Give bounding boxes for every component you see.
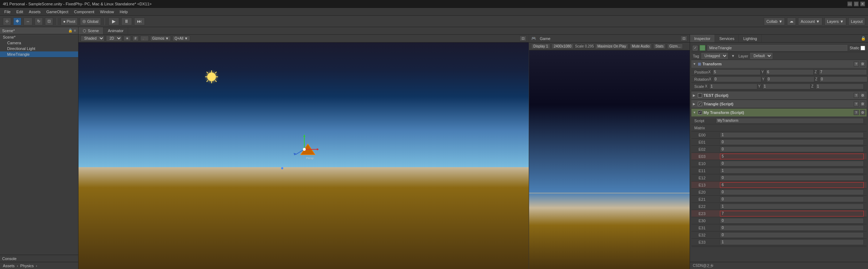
menu-component[interactable]: Component: [71, 9, 97, 15]
position-y-input[interactable]: [766, 69, 814, 75]
matrix-E31-value[interactable]: 0: [720, 225, 864, 231]
hierarchy-item-triangle[interactable]: MineTriangle: [0, 51, 78, 57]
triangle-checkbox[interactable]: [698, 102, 702, 106]
play-button[interactable]: ▶: [108, 18, 119, 25]
matrix-E10-value[interactable]: 0: [720, 161, 864, 166]
transform-tool-rotate[interactable]: ↔: [24, 18, 32, 25]
scene-maximize-btn[interactable]: ⊡: [519, 36, 527, 41]
layer-select[interactable]: Default: [750, 53, 772, 59]
assets-root[interactable]: Assets: [3, 264, 15, 268]
rotation-z-input[interactable]: [819, 76, 868, 82]
layout-button[interactable]: Layout: [848, 18, 865, 25]
game-maximize-btn[interactable]: ⊡: [680, 36, 687, 41]
inspector-tab-lighting[interactable]: Lighting: [739, 35, 762, 42]
perspective-dropdown[interactable]: 2D: [106, 35, 122, 41]
matrix-E22-value[interactable]: 1: [720, 204, 864, 209]
menu-window[interactable]: Window: [97, 9, 117, 15]
collab-dropdown[interactable]: Collab ▼: [764, 18, 785, 25]
matrix-E32-value[interactable]: 0: [720, 232, 864, 238]
menu-edit[interactable]: Edit: [14, 9, 26, 15]
gizmos-btn[interactable]: Gizmos ▼: [150, 36, 171, 41]
scene-content[interactable]: Persp: [78, 43, 529, 269]
matrix-E23-value[interactable]: 7: [720, 211, 864, 216]
qall-btn[interactable]: Q+All ▼: [172, 36, 190, 41]
position-z-input[interactable]: [819, 69, 867, 75]
matrix-E12-value[interactable]: 0: [720, 175, 864, 181]
tab-animator[interactable]: Animator: [103, 27, 128, 34]
inspector-tab-inspector[interactable]: Inspector: [690, 35, 715, 42]
transform-tool-rect[interactable]: ⊡: [45, 18, 53, 25]
cloud-button[interactable]: ☁: [787, 18, 796, 25]
hierarchy-item-light[interactable]: Directional Light: [0, 46, 78, 51]
test-checkbox[interactable]: [698, 93, 702, 98]
rotation-y-input[interactable]: [766, 76, 814, 82]
game-gizmos-btn[interactable]: Gizm...: [667, 44, 683, 49]
global-toggle[interactable]: ◎ Global: [80, 18, 101, 25]
matrix-E00-value[interactable]: 1: [720, 132, 864, 138]
scale-y-input[interactable]: [762, 84, 811, 89]
matrix-E30-value[interactable]: 0: [720, 218, 864, 224]
object-active-checkbox[interactable]: [693, 46, 697, 50]
test-script-header[interactable]: TEST (Script) ? ⚙: [691, 91, 867, 99]
display-label[interactable]: Display 1: [531, 44, 550, 49]
hierarchy-item-scene[interactable]: Scene*: [0, 34, 78, 40]
object-name-input[interactable]: [707, 45, 847, 51]
matrix-E11-value[interactable]: 1: [720, 168, 864, 174]
lighting-btn[interactable]: ☀: [123, 36, 131, 41]
menu-assets[interactable]: Assets: [26, 9, 44, 15]
hierarchy-lock-icon[interactable]: 🔒: [68, 29, 72, 33]
transform-tool-move[interactable]: ✥: [13, 18, 21, 25]
menu-file[interactable]: File: [1, 9, 14, 15]
hierarchy-menu-icon[interactable]: ≡: [74, 29, 76, 33]
maximize-on-play-btn[interactable]: Maximize On Play: [595, 44, 628, 49]
transform-tool-hand[interactable]: ⊹: [3, 18, 11, 25]
step-button[interactable]: ⏭: [134, 18, 145, 25]
account-dropdown[interactable]: Account ▼: [798, 18, 822, 25]
tab-scene[interactable]: ⬡ Scene: [78, 27, 103, 34]
matrix-E02-value[interactable]: 0: [720, 146, 864, 152]
scale-z-input[interactable]: [816, 84, 864, 89]
mytransform-checkbox[interactable]: [698, 110, 702, 115]
scale-x-input[interactable]: [709, 84, 757, 89]
resolution-label[interactable]: 2400x1080: [552, 44, 574, 49]
mute-audio-btn[interactable]: Mute Audio: [630, 44, 652, 49]
triangle-settings-btn[interactable]: ⚙: [860, 101, 865, 106]
assets-physics[interactable]: Physics: [20, 264, 34, 268]
inspector-tab-services[interactable]: Services: [715, 35, 739, 42]
inspector-lock-btn[interactable]: 🔒: [859, 36, 868, 41]
scene-object[interactable]: Persp: [290, 133, 319, 163]
menu-help[interactable]: Help: [117, 9, 131, 15]
matrix-E33-value[interactable]: 1: [720, 239, 864, 245]
script-value[interactable]: MyTransform: [716, 118, 864, 124]
hierarchy-item-camera[interactable]: Camera: [0, 40, 78, 46]
shading-dropdown[interactable]: Shaded: [81, 35, 105, 41]
triangle-script-header[interactable]: Triangle (Script) ? ⚙: [691, 100, 867, 108]
test-help-btn[interactable]: ?: [854, 93, 859, 98]
fx-btn[interactable]: #: [132, 36, 139, 41]
triangle-help-btn[interactable]: ?: [854, 101, 859, 106]
matrix-E20-value[interactable]: 0: [720, 189, 864, 195]
static-checkbox[interactable]: Static: [849, 46, 865, 50]
rotation-x-input[interactable]: [713, 76, 761, 82]
scene-camera-btn[interactable]: 🎥: [140, 36, 149, 41]
layers-dropdown[interactable]: Layers ▼: [824, 18, 846, 25]
menu-gameobject[interactable]: GameObject: [44, 9, 71, 15]
transform-help-btn[interactable]: ?: [854, 61, 859, 66]
close-button[interactable]: ✕: [860, 1, 865, 6]
mytransform-help-btn[interactable]: ?: [854, 110, 859, 115]
transform-header[interactable]: ⊞ Transform ? ⚙: [691, 60, 867, 68]
pivot-toggle[interactable]: ● Pivot: [61, 18, 78, 25]
maximize-button[interactable]: □: [854, 1, 859, 6]
static-check[interactable]: [861, 46, 865, 50]
pause-button[interactable]: ⏸: [121, 18, 132, 25]
matrix-E03-value[interactable]: 5: [720, 154, 864, 159]
console-tab[interactable]: Console: [2, 256, 16, 261]
position-x-input[interactable]: [712, 69, 761, 75]
transform-tool-scale[interactable]: ↻: [35, 18, 43, 25]
transform-settings-btn[interactable]: ⚙: [860, 61, 865, 66]
mytransform-script-header[interactable]: My Transform (Script) ? ⚙: [691, 109, 867, 116]
matrix-E21-value[interactable]: 0: [720, 196, 864, 202]
mytransform-settings-btn[interactable]: ⚙: [860, 110, 865, 115]
minimize-button[interactable]: —: [847, 1, 852, 6]
matrix-E01-value[interactable]: 0: [720, 139, 864, 145]
